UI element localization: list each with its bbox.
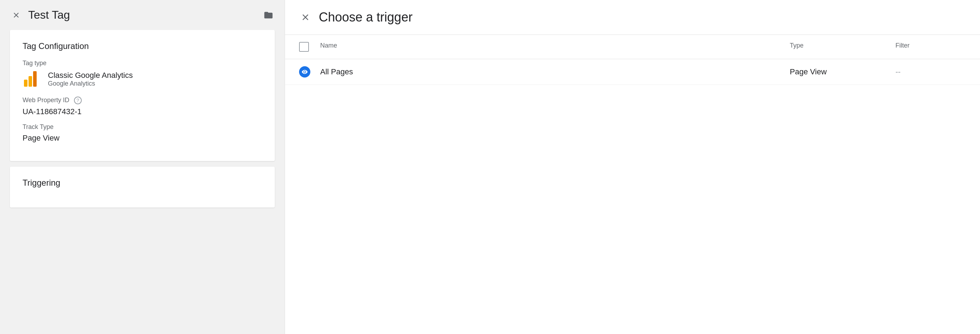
row-radio[interactable] [299, 66, 320, 78]
tag-type-sub: Google Analytics [48, 80, 133, 87]
tag-type-name: Classic Google Analytics [48, 71, 133, 80]
trigger-table: Name Type Filter All Pages Page View -- [285, 35, 980, 334]
left-panel: Test Tag Tag Configuration Tag type [0, 0, 285, 334]
track-type-value: Page View [22, 134, 262, 143]
checkbox-col-header [299, 42, 320, 52]
track-type-label: Track Type [22, 123, 262, 131]
name-col-header: Name [320, 42, 790, 52]
triggering-title: Triggering [22, 178, 262, 188]
web-property-value: UA-118687432-1 [22, 107, 262, 116]
web-property-label: Web Property ID ? [22, 97, 262, 104]
ga-icon [22, 70, 41, 88]
tag-type-info: Classic Google Analytics Google Analytic… [48, 71, 133, 87]
left-body: Tag Configuration Tag type Classic Googl… [0, 30, 285, 334]
selected-indicator [299, 66, 310, 78]
folder-button[interactable] [262, 9, 275, 21]
close-button[interactable] [10, 9, 22, 21]
trigger-name: All Pages [320, 67, 790, 76]
trigger-filter: -- [896, 67, 966, 76]
tag-title: Test Tag [28, 8, 256, 21]
table-row[interactable]: All Pages Page View -- [285, 59, 980, 85]
trigger-panel-title: Choose a trigger [319, 10, 412, 25]
triggering-card: Triggering [10, 167, 275, 208]
right-panel: Choose a trigger Name Type Filter All Pa… [285, 0, 980, 334]
tag-type-row: Classic Google Analytics Google Analytic… [22, 70, 262, 88]
help-icon[interactable]: ? [74, 97, 82, 104]
select-all-checkbox[interactable] [299, 42, 309, 52]
left-header: Test Tag [0, 0, 285, 30]
filter-col-header: Filter [896, 42, 966, 52]
trigger-close-button[interactable] [299, 11, 312, 24]
table-header: Name Type Filter [285, 35, 980, 59]
tag-type-label: Tag type [22, 60, 262, 67]
tag-configuration-card: Tag Configuration Tag type Classic Googl… [10, 30, 275, 161]
type-col-header: Type [790, 42, 896, 52]
right-header: Choose a trigger [285, 0, 980, 35]
tag-config-title: Tag Configuration [22, 41, 262, 51]
trigger-type: Page View [790, 67, 896, 76]
